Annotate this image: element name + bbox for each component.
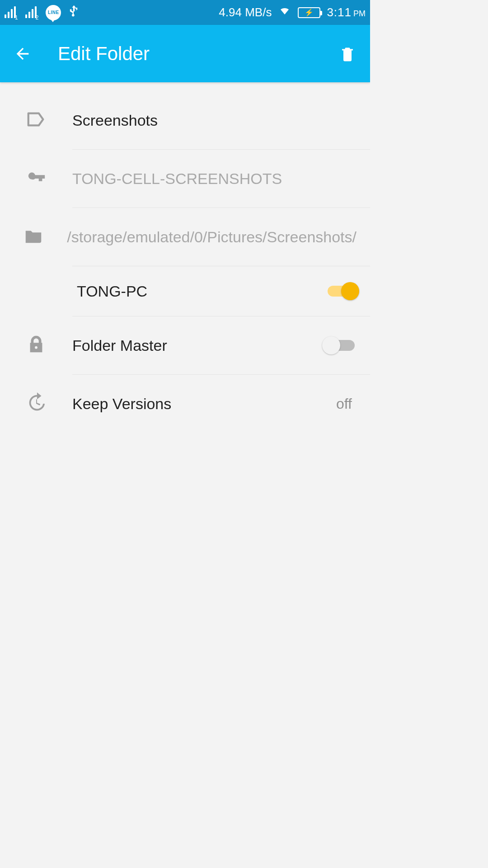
keep-versions-text: Keep Versions xyxy=(72,395,336,413)
lock-icon xyxy=(26,334,47,357)
folder-id-row[interactable]: TONG-CELL-SCREENSHOTS xyxy=(0,150,370,208)
signal-sim1-icon: 1 xyxy=(5,7,19,18)
folder-label-row[interactable]: Screenshots xyxy=(0,91,370,149)
folder-master-toggle[interactable] xyxy=(324,338,357,353)
key-icon xyxy=(26,167,47,190)
folder-master-row[interactable]: Folder Master xyxy=(0,316,370,374)
line-app-icon: LINE xyxy=(46,5,61,20)
delete-button[interactable] xyxy=(334,40,361,67)
keep-versions-value: off xyxy=(336,396,357,412)
device-share-row[interactable]: TONG-PC xyxy=(0,266,370,316)
folder-id-text: TONG-CELL-SCREENSHOTS xyxy=(72,170,357,188)
status-left: 1 2 LINE xyxy=(5,3,80,22)
folder-master-text: Folder Master xyxy=(72,337,324,354)
signal-sim2-icon: 2 xyxy=(25,7,40,18)
folder-label-text: Screenshots xyxy=(72,112,357,129)
wifi-icon xyxy=(278,5,291,19)
usb-icon xyxy=(67,3,80,22)
status-bar: 1 2 LINE 4.94 MB/s ⚡ 3:11PM xyxy=(0,0,370,25)
history-icon xyxy=(26,392,47,415)
folder-icon xyxy=(23,226,44,248)
keep-versions-row[interactable]: Keep Versions off xyxy=(0,375,370,433)
device-name-text: TONG-PC xyxy=(72,283,324,300)
device-share-toggle[interactable] xyxy=(324,284,357,298)
net-speed: 4.94 MB/s xyxy=(219,5,272,19)
content: Screenshots TONG-CELL-SCREENSHOTS /stora… xyxy=(0,82,370,433)
page-title: Edit Folder xyxy=(58,43,334,65)
status-right: 4.94 MB/s ⚡ 3:11PM xyxy=(219,5,366,19)
label-icon xyxy=(26,109,47,132)
folder-path-text: /storage/emulated/0/Pictures/Screenshots… xyxy=(67,227,357,247)
app-bar: Edit Folder xyxy=(0,25,370,82)
clock: 3:11PM xyxy=(327,5,366,19)
battery-charging-icon: ⚡ xyxy=(298,7,320,18)
folder-path-row[interactable]: /storage/emulated/0/Pictures/Screenshots… xyxy=(0,208,370,266)
back-button[interactable] xyxy=(9,40,36,67)
